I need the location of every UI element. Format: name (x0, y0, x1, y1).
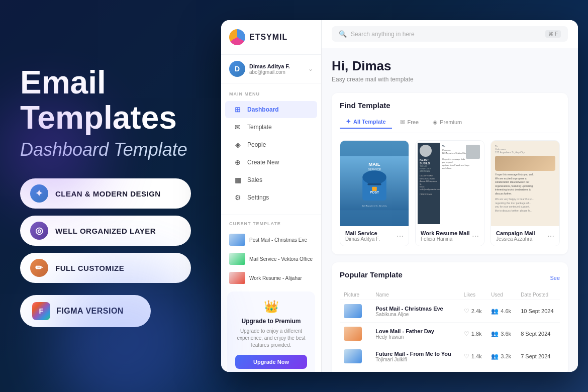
template-name-mail: Mail Service - Vektora Office (249, 256, 313, 262)
tab-free[interactable]: ✉ Free (394, 116, 425, 129)
popular-header: Popular Template See (340, 270, 560, 285)
svg-rect-6 (372, 187, 377, 191)
customize-icon: ✏ (30, 259, 48, 277)
feature-badge-clean: ✦ CLEAN & MODERN DESIGN (20, 178, 191, 209)
top-bar: 🔍 Search anything in here ⌘ F (322, 20, 578, 48)
marketing-section: EmailTemplates Dashboard Template ✦ CLEA… (0, 40, 221, 353)
template-thumb-mail (229, 253, 245, 265)
user-section[interactable]: D Dimas Aditya F. abc@gmail.com ⌄ (221, 55, 321, 83)
greeting-subtitle: Easy create mail with template (332, 76, 568, 83)
table-row[interactable]: Love Mail - Father Day Hedy Irawan ♡ 1.8… (340, 323, 560, 345)
greeting-title: Hi, Dimas (332, 58, 568, 74)
col-name: Name (371, 290, 460, 300)
main-content: 🔍 Search anything in here ⌘ F Hi, Dimas … (322, 20, 578, 372)
gem-icon: ◈ (433, 119, 437, 126)
template-card-campaign[interactable]: ToUnknown123 Anywhere St, Any City I hop… (491, 140, 560, 246)
hero-subtitle: Dashboard Template (20, 139, 201, 160)
cell-likes-1: ♡ 1.8k (460, 323, 487, 345)
figma-badge[interactable]: F FIGMA VERSION (20, 295, 151, 327)
find-template-card: Find Template ✦ All Template ✉ Free ◈ Pr… (332, 93, 568, 254)
sidebar: ETSYMIL D Dimas Aditya F. abc@gmail.com … (221, 20, 322, 372)
table-row[interactable]: Post Mail - Christmas Eve Sabikuna Aljoe… (340, 300, 560, 323)
user-email: abc@gmail.com (249, 69, 308, 75)
template-card-resume[interactable]: KETUT SUSILO TEKNIK KOMPUTER JARINGAN DA… (415, 140, 484, 246)
user-name: Dimas Aditya F. (249, 63, 308, 69)
sidebar-item-people[interactable]: ◈ People (225, 136, 317, 153)
cell-picture-2 (340, 345, 371, 368)
sidebar-item-settings[interactable]: ⚙ Settings (225, 189, 317, 206)
logo-text: ETSYMIL (249, 33, 287, 42)
mail-icon: ✉ (400, 119, 405, 126)
cell-picture-1 (340, 323, 371, 345)
search-shortcut: ⌘ F (545, 30, 561, 38)
current-label: CURENT TEMPLATE (221, 219, 321, 230)
sidebar-item-sales[interactable]: ▦ Sales (225, 171, 317, 188)
template-icon: ✉ (233, 123, 242, 131)
sidebar-logo: ETSYMIL (221, 20, 321, 55)
upgrade-title: Upgrade to Premium (235, 318, 307, 325)
more-options-campaign-icon[interactable]: ⋯ (547, 232, 554, 240)
template-thumb-post (229, 234, 245, 246)
logo-icon (229, 29, 245, 45)
svg-text:SERVICE: SERVICE (368, 167, 381, 171)
svg-text:MAIL: MAIL (368, 161, 380, 167)
more-options-resume-icon[interactable]: ⋯ (472, 232, 479, 240)
card-author-resume: Felicia Hanina (421, 236, 470, 242)
main-menu: MAIN MENU ⊞ Dashboard ✉ Template ◈ Peopl… (221, 83, 321, 213)
search-placeholder: Search anything in here (351, 31, 415, 38)
search-box[interactable]: 🔍 Search anything in here ⌘ F (332, 26, 568, 42)
feature-badge-customize: ✏ FULL CUSTOMIZE (20, 253, 191, 283)
chevron-down-icon: ⌄ (308, 65, 313, 72)
avatar: D (229, 61, 245, 77)
people-icon: ◈ (233, 141, 242, 149)
template-name-work: Work Resume - Alijahar (249, 275, 302, 281)
sidebar-item-template[interactable]: ✉ Template (225, 119, 317, 136)
card-name-mail: Mail Service (345, 230, 380, 236)
heart-icon-2: ♡ (464, 353, 469, 360)
table-row[interactable]: Future Mail - From Me to You Tojimari Ju… (340, 345, 560, 368)
users-icon: 👥 (491, 308, 499, 315)
search-icon: 🔍 (339, 30, 347, 38)
tab-all[interactable]: ✦ All Template (340, 116, 392, 129)
cell-date-2: 7 Sept 2024 (517, 345, 560, 368)
cell-date-1: 8 Sept 2024 (517, 323, 560, 345)
thumb-love (344, 327, 362, 341)
cell-name-1: Love Mail - Father Day Hedy Irawan (371, 323, 460, 345)
current-template-work[interactable]: Work Resume - Alijahar (221, 268, 321, 287)
more-options-icon[interactable]: ⋯ (397, 232, 404, 240)
content-area: Hi, Dimas Easy create mail with template… (322, 48, 578, 372)
user-info: Dimas Aditya F. abc@gmail.com (249, 63, 308, 75)
col-date: Date Posted (517, 290, 560, 300)
cell-used-2: 👥 3.2k (487, 345, 517, 368)
sidebar-item-create[interactable]: ⊕ Create New (225, 154, 317, 171)
popular-template-card: Popular Template See Picture Name Likes … (332, 262, 568, 372)
upgrade-box: 👑 Upgrade to Premium Upgrade to enjoy a … (227, 291, 315, 372)
menu-label: MAIN MENU (221, 89, 321, 101)
create-icon: ⊕ (233, 158, 242, 166)
layer-icon: ◎ (30, 222, 48, 240)
card-author-campaign: Jessica Azzahra (496, 236, 535, 242)
figma-icon: F (32, 302, 50, 320)
heart-icon-1: ♡ (464, 330, 469, 337)
upgrade-button[interactable]: Upgrade Now (235, 355, 307, 369)
users-icon-1: 👥 (491, 330, 499, 337)
cell-used-1: 👥 3.6k (487, 323, 517, 345)
current-template-mail[interactable]: Mail Service - Vektora Office (221, 249, 321, 268)
sparkle-icon: ✦ (346, 118, 351, 125)
current-template-post[interactable]: Post Mail - Christmas Eve (221, 230, 321, 249)
cell-name-2: Future Mail - From Me to You Tojimari Ju… (371, 345, 460, 368)
template-card-mail[interactable]: POST MAIL SERVICE 123 Anywhere St., Any … (340, 140, 409, 246)
card-author-mail: Dimas Aditya F. (345, 236, 380, 242)
sales-icon: ▦ (233, 176, 242, 184)
tab-premium[interactable]: ◈ Premium (427, 116, 468, 129)
svg-point-3 (362, 170, 386, 184)
card-name-resume: Work Resume Mail (421, 230, 470, 236)
see-all-link[interactable]: See (550, 275, 560, 281)
template-card-footer-mail: Mail Service Dimas Aditya F. ⋯ (340, 226, 409, 246)
popular-title: Popular Template (340, 270, 403, 279)
template-preview-campaign: ToUnknown123 Anywhere St, Any City I hop… (491, 141, 559, 226)
sidebar-item-dashboard[interactable]: ⊞ Dashboard (225, 101, 317, 118)
col-picture: Picture (340, 290, 371, 300)
thumb-future (344, 349, 362, 363)
feature-badge-layer: ◎ WELL ORGANIZED LAYER (20, 216, 191, 246)
